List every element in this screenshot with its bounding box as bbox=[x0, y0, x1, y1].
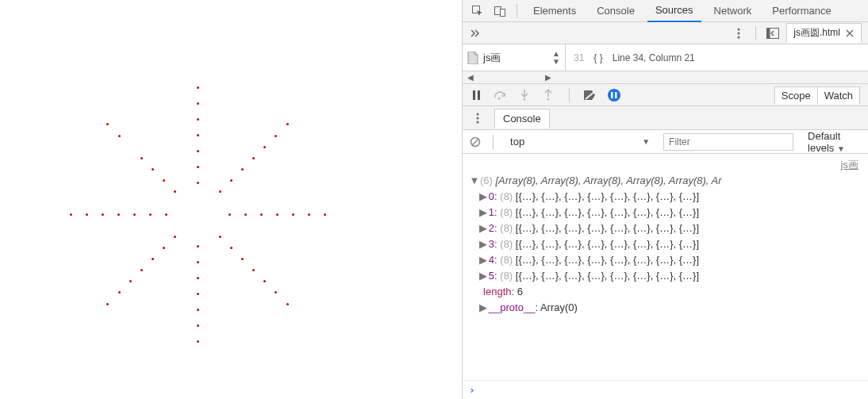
overflow-chevrons-icon[interactable] bbox=[469, 25, 486, 42]
chevron-down-icon: ▼ bbox=[837, 144, 845, 153]
canvas-dot bbox=[244, 213, 247, 216]
source-link[interactable]: js画 bbox=[469, 157, 862, 173]
separator bbox=[493, 135, 494, 149]
separator bbox=[517, 4, 517, 18]
tab-console[interactable]: Console bbox=[589, 0, 643, 21]
deactivate-breakpoints-icon[interactable] bbox=[584, 89, 597, 102]
navigator-spinner-icon[interactable]: ▲▼ bbox=[552, 50, 560, 66]
step-into-icon[interactable] bbox=[518, 89, 531, 102]
canvas-dot bbox=[106, 123, 109, 125]
log-levels-dropdown[interactable]: Default levels ▼ bbox=[808, 130, 862, 154]
svg-point-3 bbox=[738, 28, 740, 30]
log-entry[interactable]: ▶5: (8) [{…}, {…}, {…}, {…}, {…}, {…}, {… bbox=[469, 268, 862, 284]
inspect-icon[interactable] bbox=[469, 2, 486, 20]
canvas-dot bbox=[70, 213, 72, 216]
canvas-dot bbox=[308, 213, 310, 216]
canvas-dot bbox=[263, 280, 266, 282]
svg-rect-7 bbox=[767, 28, 770, 38]
devtools-panel: Elements Console Sources Network Perform… bbox=[463, 0, 868, 399]
svg-point-16 bbox=[477, 113, 479, 115]
svg-point-10 bbox=[498, 97, 501, 99]
line-number: 31 bbox=[574, 52, 584, 63]
svg-rect-8 bbox=[473, 90, 475, 100]
canvas-dot bbox=[197, 102, 199, 105]
tab-scope[interactable]: Scope bbox=[774, 86, 818, 104]
canvas-dot bbox=[260, 213, 263, 216]
canvas-dot bbox=[276, 213, 278, 216]
drawer-tab-console[interactable]: Console bbox=[494, 109, 550, 129]
tab-network[interactable]: Network bbox=[706, 0, 760, 21]
canvas-dot bbox=[117, 213, 120, 216]
separator bbox=[755, 26, 756, 40]
log-entry[interactable]: ▶0: (8) [{…}, {…}, {…}, {…}, {…}, {…}, {… bbox=[469, 189, 862, 205]
svg-point-5 bbox=[738, 36, 740, 38]
tab-performance[interactable]: Performance bbox=[764, 0, 839, 21]
clear-console-icon[interactable] bbox=[469, 133, 482, 151]
log-entry[interactable]: ▶1: (8) [{…}, {…}, {…}, {…}, {…}, {…}, {… bbox=[469, 205, 862, 221]
pause-icon[interactable] bbox=[470, 89, 483, 102]
canvas-dot bbox=[197, 261, 199, 263]
scroll-right-icon[interactable]: ▶ bbox=[545, 73, 551, 82]
canvas-dot bbox=[292, 213, 294, 216]
canvas-dot bbox=[197, 166, 199, 168]
canvas-dot bbox=[229, 213, 231, 216]
canvas-dot bbox=[133, 213, 136, 216]
step-out-icon[interactable] bbox=[542, 89, 555, 102]
canvas-dot bbox=[149, 213, 152, 216]
canvas-dot bbox=[252, 269, 255, 271]
file-tab-name: js画圆.html bbox=[793, 26, 840, 40]
chevron-down-icon: ▼ bbox=[642, 137, 650, 146]
canvas-dot bbox=[241, 258, 244, 260]
step-over-icon[interactable] bbox=[494, 89, 507, 102]
svg-rect-14 bbox=[611, 92, 613, 98]
console-output[interactable]: js画 ▼(6) [Array(8), Array(8), Array(8), … bbox=[463, 154, 868, 380]
canvas-dot bbox=[275, 291, 277, 293]
tab-watch[interactable]: Watch bbox=[817, 86, 860, 104]
canvas-dot bbox=[140, 157, 143, 159]
navigator-file-name: js画 bbox=[483, 51, 501, 65]
sources-tab-bar: js画圆.html bbox=[463, 22, 868, 44]
tab-elements[interactable]: Elements bbox=[525, 0, 584, 21]
canvas-dot bbox=[230, 179, 232, 182]
drawer-kebab-icon[interactable] bbox=[469, 109, 486, 127]
log-proto[interactable]: ▶__proto__: Array(0) bbox=[469, 300, 862, 316]
canvas-dot bbox=[197, 134, 199, 136]
canvas-dot bbox=[219, 236, 221, 238]
log-entry[interactable]: ▶2: (8) [{…}, {…}, {…}, {…}, {…}, {…}, {… bbox=[469, 221, 862, 236]
log-entry[interactable]: ▶3: (8) [{…}, {…}, {…}, {…}, {…}, {…}, {… bbox=[469, 236, 862, 252]
pause-on-exceptions-icon[interactable] bbox=[608, 89, 620, 102]
canvas-dot bbox=[286, 303, 289, 305]
nav-scroll-strip: ◀ ▶ bbox=[463, 71, 868, 84]
svg-point-11 bbox=[524, 98, 526, 100]
kebab-menu-icon[interactable] bbox=[730, 25, 747, 42]
log-root[interactable]: ▼(6) [Array(8), Array(8), Array(8), Arra… bbox=[469, 173, 862, 189]
show-navigator-icon[interactable] bbox=[764, 25, 782, 42]
svg-point-4 bbox=[738, 32, 740, 34]
canvas-dot bbox=[197, 277, 199, 279]
canvas-dot bbox=[197, 324, 199, 327]
close-file-icon[interactable] bbox=[845, 29, 855, 38]
console-prompt[interactable]: › bbox=[463, 380, 868, 399]
braces-icon[interactable]: { } bbox=[593, 52, 602, 63]
devtools-tabs: Elements Console Sources Network Perform… bbox=[463, 0, 868, 22]
context-selector[interactable]: top ▼ bbox=[505, 133, 655, 150]
canvas-dot bbox=[219, 190, 221, 193]
chevron-right-icon: › bbox=[469, 384, 475, 396]
navigator-file[interactable]: js画 ▲▼ bbox=[463, 44, 566, 71]
canvas-dot bbox=[252, 157, 255, 159]
separator bbox=[569, 88, 570, 102]
log-entry[interactable]: ▶4: (8) [{…}, {…}, {…}, {…}, {…}, {…}, {… bbox=[469, 252, 862, 268]
open-file-tab[interactable]: js画圆.html bbox=[786, 23, 862, 43]
file-icon bbox=[467, 52, 478, 64]
canvas-dot bbox=[286, 123, 289, 125]
page-viewport bbox=[0, 0, 463, 399]
device-toggle-icon[interactable] bbox=[491, 2, 509, 20]
canvas-dot bbox=[197, 118, 199, 121]
scroll-left-icon[interactable]: ◀ bbox=[467, 73, 474, 82]
canvas-dot bbox=[263, 146, 266, 148]
canvas-dot bbox=[86, 213, 88, 216]
tab-sources[interactable]: Sources bbox=[647, 0, 701, 22]
filter-input[interactable] bbox=[663, 133, 793, 151]
svg-point-18 bbox=[477, 121, 479, 123]
canvas-dot bbox=[152, 168, 154, 171]
